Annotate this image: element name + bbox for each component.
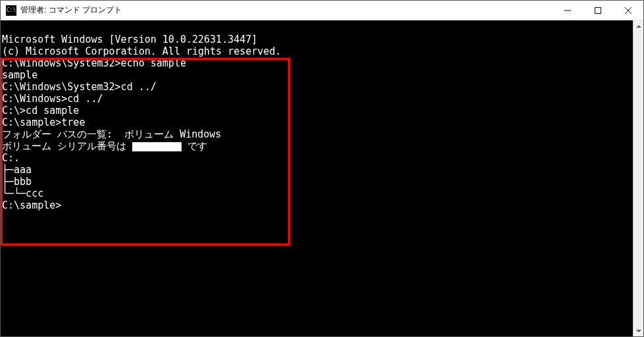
terminal-line: ├─bbb bbox=[2, 176, 633, 188]
svg-marker-5 bbox=[636, 330, 641, 332]
titlebar[interactable]: C:\ 管理者: コマンド プロンプト bbox=[1, 1, 643, 20]
terminal-wrapper: Microsoft Windows [Version 10.0.22631.34… bbox=[1, 20, 643, 336]
maximize-button[interactable] bbox=[583, 1, 613, 20]
terminal-area[interactable]: Microsoft Windows [Version 10.0.22631.34… bbox=[1, 20, 633, 336]
maximize-icon bbox=[595, 7, 601, 14]
terminal-line: sample bbox=[2, 69, 633, 81]
close-icon bbox=[625, 7, 632, 14]
terminal-line: ボリューム シリアル番号は です bbox=[2, 140, 633, 152]
terminal-line: Microsoft Windows [Version 10.0.22631.34… bbox=[2, 34, 633, 45]
minimize-button[interactable] bbox=[553, 1, 583, 20]
svg-marker-4 bbox=[636, 25, 641, 28]
window-title: 管理者: コマンド プロンプト bbox=[20, 5, 122, 16]
close-button[interactable] bbox=[613, 1, 643, 20]
titlebar-left: C:\ 管理者: コマンド プロンプト bbox=[1, 1, 122, 20]
chevron-up-icon bbox=[636, 25, 641, 28]
terminal-line: C:\Windows\System32>echo sample bbox=[2, 57, 633, 69]
scrollbar-track[interactable] bbox=[633, 32, 643, 325]
window-frame: C:\ 管理者: コマンド プロンプト Microsoft Windows [V… bbox=[0, 0, 644, 337]
terminal-line: ├─aaa bbox=[2, 164, 633, 176]
cmd-icon: C:\ bbox=[6, 5, 16, 16]
minimize-icon bbox=[564, 7, 571, 14]
terminal-line: └─└─ccc bbox=[2, 188, 633, 199]
scroll-down-button[interactable] bbox=[633, 325, 643, 336]
terminal-line: C:. bbox=[2, 152, 633, 164]
terminal-line: C:\>cd sample bbox=[2, 105, 633, 117]
chevron-down-icon bbox=[636, 330, 641, 332]
terminal-line: C:\Windows\System32>cd ../ bbox=[2, 81, 633, 93]
scroll-up-button[interactable] bbox=[633, 20, 643, 32]
terminal-line: C:\sample>tree bbox=[2, 117, 633, 128]
redacted-serial bbox=[132, 142, 182, 151]
svg-rect-1 bbox=[595, 7, 601, 13]
terminal-line: C:\Windows>cd ../ bbox=[2, 93, 633, 105]
vertical-scrollbar[interactable] bbox=[633, 20, 643, 336]
terminal-line: (c) Microsoft Corporation. All rights re… bbox=[2, 45, 633, 57]
terminal-line: フォルダー パスの一覧: ボリューム Windows bbox=[2, 128, 633, 140]
terminal-prompt: C:\sample> bbox=[2, 199, 633, 211]
window-controls bbox=[553, 1, 643, 20]
